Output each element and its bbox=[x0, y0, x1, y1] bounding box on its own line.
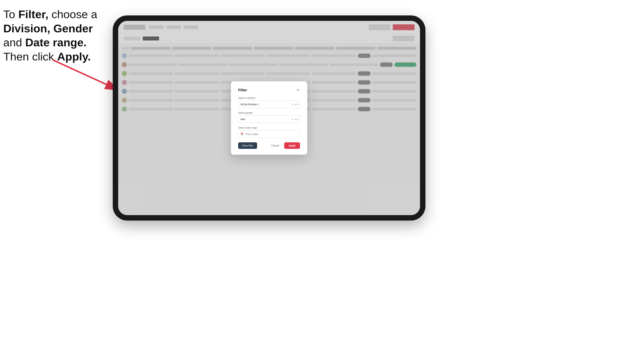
clear-filter-button[interactable]: Clear filter bbox=[238, 142, 257, 149]
division-label: Select a division bbox=[238, 97, 300, 99]
division-gender-bold: Division, Gender bbox=[3, 22, 93, 35]
date-range-input[interactable] bbox=[238, 130, 300, 138]
tablet-screen: Filter ✕ Select a division NCAA Division… bbox=[118, 21, 420, 215]
apply-bold: Apply. bbox=[57, 50, 91, 63]
division-select-wrapper: NCAA Division I NCAA Division II NCAA Di… bbox=[238, 101, 300, 108]
apply-button[interactable]: Apply bbox=[284, 142, 300, 149]
filter-modal: Filter ✕ Select a division NCAA Division… bbox=[231, 81, 307, 155]
modal-header: Filter ✕ bbox=[238, 88, 300, 92]
instruction-text: To Filter, choose a Division, Gender and… bbox=[3, 7, 105, 64]
gender-select[interactable]: Men Women Coed bbox=[238, 115, 300, 123]
modal-title: Filter bbox=[238, 88, 247, 92]
modal-close-button[interactable]: ✕ bbox=[296, 88, 300, 92]
division-field: Select a division NCAA Division I NCAA D… bbox=[238, 97, 300, 108]
svg-line-1 bbox=[53, 60, 118, 90]
gender-label: Select gender bbox=[238, 111, 300, 114]
tablet-device: Filter ✕ Select a division NCAA Division… bbox=[113, 15, 426, 221]
date-range-label: Select Date range bbox=[238, 126, 300, 129]
modal-footer-right: Cancel Apply bbox=[268, 142, 300, 149]
date-range-field: Select Date range 📅 bbox=[238, 126, 300, 138]
gender-select-wrapper: Men Women Coed ✕ ▲▼ bbox=[238, 115, 300, 123]
modal-overlay: Filter ✕ Select a division NCAA Division… bbox=[118, 21, 420, 215]
date-range-bold: Date range. bbox=[25, 36, 87, 49]
date-input-wrapper: 📅 bbox=[238, 130, 300, 138]
gender-field: Select gender Men Women Coed ✕ ▲▼ bbox=[238, 111, 300, 123]
filter-bold: Filter, bbox=[18, 8, 48, 20]
modal-footer: Clear filter Cancel Apply bbox=[238, 142, 300, 149]
cancel-button[interactable]: Cancel bbox=[268, 142, 282, 149]
division-select[interactable]: NCAA Division I NCAA Division II NCAA Di… bbox=[238, 101, 300, 108]
